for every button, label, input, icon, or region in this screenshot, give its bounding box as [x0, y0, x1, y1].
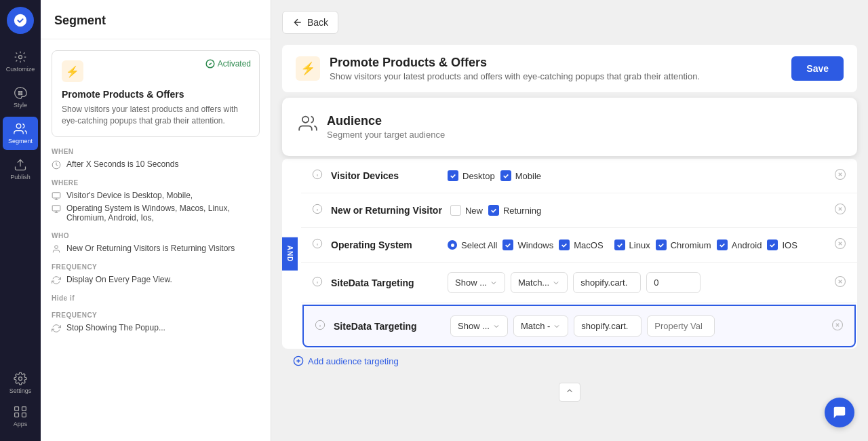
- windows-label: Windows: [517, 240, 553, 250]
- nav-item-style-label: Style: [14, 102, 27, 109]
- sitedata-input2-1[interactable]: [646, 272, 701, 293]
- nav-item-settings[interactable]: Settings: [7, 366, 35, 400]
- mobile-label: Mobile: [515, 171, 541, 181]
- scroll-up-button[interactable]: [559, 383, 580, 402]
- sitedata-match-value-2: Match -: [521, 321, 550, 331]
- android-checkbox-group[interactable]: Android: [717, 239, 762, 250]
- sitedata-show-value-1: Show ...: [455, 277, 487, 288]
- linux-checkbox-group[interactable]: Linux: [614, 239, 650, 250]
- info-icon-new-returning: [312, 204, 323, 217]
- info-icon-sitedata-2: [315, 320, 326, 333]
- who-row: New Or Returning Visitors is Returning V…: [52, 244, 260, 254]
- who-text: New Or Returning Visitors is Returning V…: [66, 244, 235, 253]
- new-checkbox[interactable]: [450, 205, 461, 216]
- linux-checkbox[interactable]: [614, 239, 625, 250]
- refresh-icon-2: [52, 324, 61, 333]
- ios-checkbox-group[interactable]: IOS: [767, 239, 797, 250]
- hide-row: Stop Showing The Popup...: [52, 323, 260, 333]
- nav-item-customize[interactable]: Customize: [0, 45, 41, 78]
- remove-visitor-devices[interactable]: [834, 168, 846, 183]
- when-label: WHEN: [52, 148, 260, 155]
- add-targeting-button[interactable]: Add audience targeting: [282, 349, 857, 377]
- sitedata-input2-2[interactable]: [647, 315, 715, 337]
- nav-item-style[interactable]: Style: [0, 81, 41, 114]
- desktop-label: Desktop: [462, 171, 495, 181]
- and-badge: AND: [282, 237, 298, 271]
- svg-point-3: [19, 377, 22, 381]
- hide-frequency-label: FREQUENCY: [52, 311, 260, 319]
- sitedata-match-dropdown-1[interactable]: Match...: [511, 272, 568, 293]
- returning-checkbox[interactable]: [488, 205, 499, 216]
- main-content: Back ⚡ Promote Products & Offers Show vi…: [271, 0, 868, 441]
- campaign-header-card: ⚡ Promote Products & Offers Show visitor…: [282, 45, 857, 92]
- macos-checkbox[interactable]: [559, 239, 570, 250]
- add-targeting-label: Add audience targeting: [308, 356, 399, 366]
- chromium-checkbox[interactable]: [656, 239, 667, 250]
- nav-item-segment-label: Segment: [8, 138, 33, 145]
- check-circle-icon: [205, 59, 215, 69]
- apps-label: Apps: [14, 421, 28, 427]
- remove-sitedata-1[interactable]: [834, 275, 846, 290]
- mobile-checkbox[interactable]: [500, 170, 511, 181]
- chevron-down-icon-2: [552, 279, 560, 287]
- back-button[interactable]: Back: [282, 11, 338, 34]
- where-text-1: Operating System is Windows, Macos, Linu…: [66, 204, 260, 223]
- new-checkbox-group[interactable]: New: [450, 205, 483, 216]
- remove-os[interactable]: [834, 237, 846, 252]
- sitedata-controls-1: Show ... Match...: [448, 272, 826, 293]
- sitedata-match-dropdown-2[interactable]: Match -: [513, 315, 568, 337]
- sitedata-row-2: SiteData Targeting Show ... Match -: [302, 305, 856, 347]
- app-icon[interactable]: [7, 7, 34, 34]
- chat-icon: [832, 405, 847, 420]
- hide-if-label: Hide if: [52, 294, 260, 302]
- nav-item-apps[interactable]: Apps: [7, 400, 35, 433]
- when-text: After X Seconds is 10 Seconds: [66, 159, 178, 169]
- windows-checkbox-group[interactable]: Windows: [502, 239, 553, 250]
- info-icon-os: [312, 238, 323, 252]
- info-icon-sitedata-1: [312, 276, 323, 290]
- remove-sitedata-2[interactable]: [831, 319, 844, 334]
- user-icon: [52, 244, 61, 254]
- activated-label: Activated: [218, 59, 251, 69]
- windows-checkbox[interactable]: [502, 239, 513, 250]
- desktop-checkbox-group[interactable]: Desktop: [448, 170, 495, 181]
- select-all-group[interactable]: Select All: [448, 240, 497, 250]
- svg-rect-10: [52, 192, 60, 197]
- select-all-radio[interactable]: [448, 240, 457, 250]
- audience-icon: [298, 114, 317, 136]
- svg-rect-6: [15, 413, 19, 417]
- monitor-icon-2: [52, 204, 61, 214]
- desktop-checkbox[interactable]: [448, 170, 458, 181]
- info-icon-visitor-devices: [312, 169, 323, 183]
- chromium-checkbox-group[interactable]: Chromium: [656, 239, 711, 250]
- sitedata-input1-2[interactable]: [574, 315, 642, 337]
- sitedata-controls-2: Show ... Match -: [450, 315, 823, 337]
- nav-item-publish-label: Publish: [10, 174, 31, 180]
- ios-checkbox[interactable]: [767, 239, 778, 250]
- sitedata-input1-1[interactable]: [573, 272, 641, 293]
- returning-checkbox-group[interactable]: Returning: [488, 205, 541, 216]
- activated-badge: Activated: [205, 59, 251, 69]
- campaign-card-title: Promote Products & Offers: [62, 89, 250, 100]
- mobile-checkbox-group[interactable]: Mobile: [500, 170, 541, 181]
- sitedata-match-value-1: Match...: [518, 277, 549, 288]
- save-button[interactable]: Save: [791, 56, 844, 81]
- sitedata-show-dropdown-2[interactable]: Show ...: [450, 315, 508, 337]
- new-returning-row: New or Returning Visitor New Returning: [301, 193, 857, 228]
- audience-text: Audience Segment your target audience: [327, 114, 445, 140]
- audience-modal: Audience Segment your target audience: [282, 98, 857, 156]
- svg-point-2: [16, 124, 21, 129]
- macos-checkbox-group[interactable]: MacOS: [559, 239, 603, 250]
- svg-rect-5: [22, 407, 26, 411]
- remove-new-returning[interactable]: [834, 203, 846, 218]
- select-all-label: Select All: [461, 240, 497, 250]
- campaign-header-title: Promote Products & Offers: [330, 56, 700, 70]
- sitedata-show-dropdown-1[interactable]: Show ...: [448, 272, 505, 293]
- nav-item-publish[interactable]: Publish: [0, 153, 41, 186]
- chat-button[interactable]: [825, 398, 854, 427]
- chevron-down-icon: [490, 279, 498, 287]
- svg-point-13: [302, 117, 309, 123]
- sitedata-label-1: SiteData Targeting: [331, 277, 439, 288]
- android-checkbox[interactable]: [717, 239, 728, 250]
- nav-item-segment[interactable]: Segment: [3, 117, 38, 150]
